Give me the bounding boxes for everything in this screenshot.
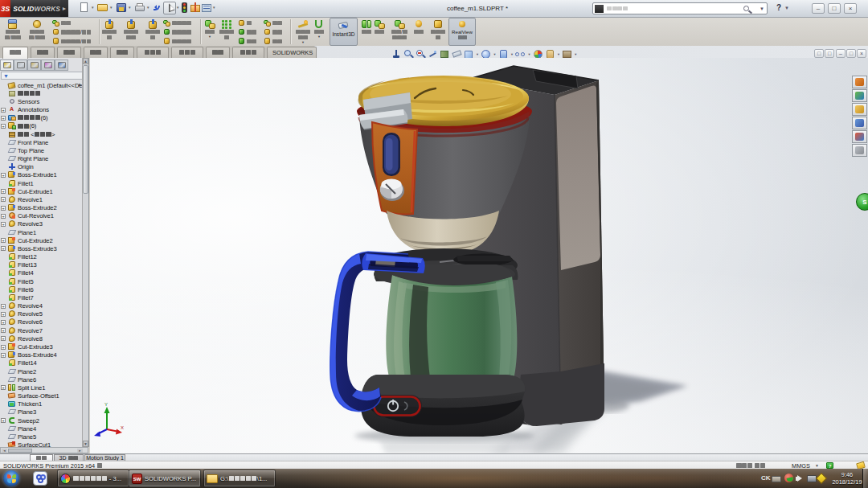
svg-text:Y: Y (104, 402, 108, 407)
svg-text:X: X (121, 425, 124, 430)
